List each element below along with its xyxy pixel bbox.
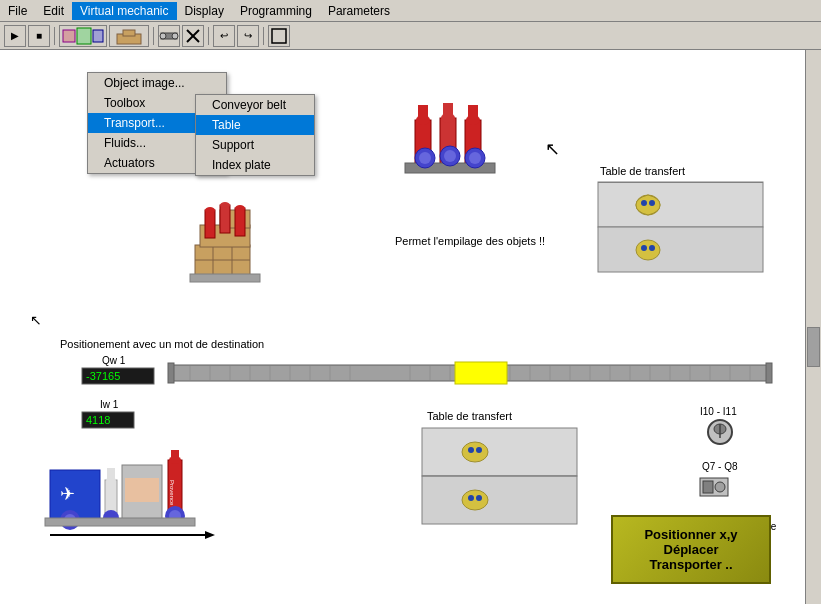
svg-text:Provence: Provence bbox=[169, 480, 175, 506]
svg-point-108 bbox=[462, 490, 488, 510]
iw1-value: 4118 bbox=[86, 414, 110, 426]
toolbar-separator-4 bbox=[263, 27, 264, 45]
play-button[interactable]: ▶ bbox=[4, 25, 26, 47]
tooltip-line2: Déplacer bbox=[629, 542, 753, 557]
svg-point-105 bbox=[462, 442, 488, 462]
tooltip-line3: Transporter .. bbox=[629, 557, 753, 572]
svg-point-26 bbox=[469, 152, 481, 164]
svg-point-35 bbox=[649, 245, 655, 251]
svg-point-24 bbox=[444, 150, 456, 162]
table-transfert-label-2: Table de transfert bbox=[427, 410, 512, 422]
svg-point-45 bbox=[220, 202, 230, 208]
svg-text:✈: ✈ bbox=[60, 484, 75, 504]
svg-rect-103 bbox=[422, 476, 577, 524]
svg-rect-80 bbox=[766, 363, 772, 383]
svg-point-32 bbox=[649, 200, 655, 206]
submenu-conveyor-belt[interactable]: Conveyor belt bbox=[196, 95, 314, 115]
menu-parameters[interactable]: Parameters bbox=[320, 2, 398, 20]
menu-edit[interactable]: Edit bbox=[35, 2, 72, 20]
submenu-table[interactable]: Table bbox=[196, 115, 314, 135]
stop-button[interactable]: ■ bbox=[28, 25, 50, 47]
svg-rect-46 bbox=[235, 208, 245, 236]
cursor-arrow-icon: ↖ bbox=[30, 312, 42, 328]
menu-virtual-mechanic[interactable]: Virtual mechanic bbox=[72, 2, 177, 20]
svg-rect-78 bbox=[455, 362, 507, 384]
svg-point-43 bbox=[205, 207, 215, 213]
bottles-group-top bbox=[405, 103, 495, 173]
svg-rect-10 bbox=[272, 29, 286, 43]
svg-rect-88 bbox=[107, 468, 115, 482]
svg-point-31 bbox=[641, 200, 647, 206]
permet-label: Permet l'empilage des objets !! bbox=[395, 235, 545, 247]
svg-rect-27 bbox=[598, 182, 763, 227]
svg-rect-99 bbox=[45, 518, 195, 526]
conveyor-button[interactable] bbox=[158, 25, 180, 47]
svg-rect-16 bbox=[443, 103, 453, 121]
svg-rect-0 bbox=[63, 30, 75, 42]
svg-point-6 bbox=[160, 33, 166, 39]
vertical-scrollbar[interactable] bbox=[805, 50, 821, 604]
svg-point-33 bbox=[636, 240, 660, 260]
qw1-value: -37165 bbox=[86, 370, 120, 382]
toolbar: ▶ ■ ↩ ↪ bbox=[0, 22, 821, 50]
scrollbar-thumb[interactable] bbox=[807, 327, 820, 367]
svg-rect-42 bbox=[205, 210, 215, 238]
table-transfert-label-1: Table de transfert bbox=[600, 165, 685, 177]
svg-point-7 bbox=[172, 33, 178, 39]
qw1-label: Qw 1 bbox=[102, 355, 126, 366]
menu-programming[interactable]: Programming bbox=[232, 2, 320, 20]
tooltip-line1: Positionner x,y bbox=[629, 527, 753, 542]
object-image-button[interactable] bbox=[59, 25, 107, 47]
svg-rect-28 bbox=[598, 182, 763, 183]
svg-rect-1 bbox=[77, 28, 91, 44]
svg-rect-102 bbox=[422, 428, 577, 476]
svg-rect-44 bbox=[220, 205, 230, 233]
iw1-label: Iw 1 bbox=[100, 399, 119, 410]
undo-button[interactable]: ↩ bbox=[213, 25, 235, 47]
toolbar-separator-1 bbox=[54, 27, 55, 45]
redo-button[interactable]: ↪ bbox=[237, 25, 259, 47]
svg-point-106 bbox=[468, 447, 474, 453]
conveyor-label: Positionement avec un mot de destination bbox=[60, 338, 264, 350]
svg-rect-115 bbox=[703, 481, 713, 493]
io-label-2: Q7 - Q8 bbox=[702, 461, 738, 472]
svg-rect-2 bbox=[93, 30, 103, 42]
svg-point-34 bbox=[641, 245, 647, 251]
menu-display[interactable]: Display bbox=[177, 2, 232, 20]
submenu-index-plate[interactable]: Index plate bbox=[196, 155, 314, 175]
tooltip-box: Positionner x,y Déplacer Transporter .. bbox=[611, 515, 771, 584]
svg-point-109 bbox=[468, 495, 474, 501]
svg-point-116 bbox=[715, 482, 725, 492]
menu-bar: File Edit Virtual mechanic Display Progr… bbox=[0, 0, 821, 22]
svg-point-110 bbox=[476, 495, 482, 501]
submenu-support[interactable]: Support bbox=[196, 135, 314, 155]
svg-rect-29 bbox=[598, 227, 763, 272]
svg-rect-92 bbox=[125, 478, 159, 502]
delete-button[interactable] bbox=[182, 25, 204, 47]
canvas-area: ↖ Permet l'empilage des objets !! Table … bbox=[0, 50, 821, 604]
toolbar-separator-2 bbox=[153, 27, 154, 45]
svg-rect-95 bbox=[171, 450, 179, 462]
svg-rect-13 bbox=[418, 105, 428, 123]
toolbar-separator-3 bbox=[208, 27, 209, 45]
svg-rect-19 bbox=[468, 105, 478, 123]
svg-rect-48 bbox=[190, 274, 260, 282]
svg-point-22 bbox=[419, 152, 431, 164]
menu-file[interactable]: File bbox=[0, 2, 35, 20]
toolbox-button[interactable] bbox=[109, 25, 149, 47]
svg-point-47 bbox=[235, 205, 245, 211]
svg-point-107 bbox=[476, 447, 482, 453]
extra-button-1[interactable] bbox=[268, 25, 290, 47]
svg-rect-79 bbox=[168, 363, 174, 383]
svg-rect-4 bbox=[123, 30, 135, 36]
io-label-1: I10 - I11 bbox=[700, 406, 737, 417]
menu-item-object-image[interactable]: Object image... bbox=[88, 73, 226, 93]
transport-submenu: Conveyor belt Table Support Index plate bbox=[195, 94, 315, 176]
cursor-icon: ↖ bbox=[545, 139, 560, 159]
svg-marker-101 bbox=[205, 531, 215, 539]
